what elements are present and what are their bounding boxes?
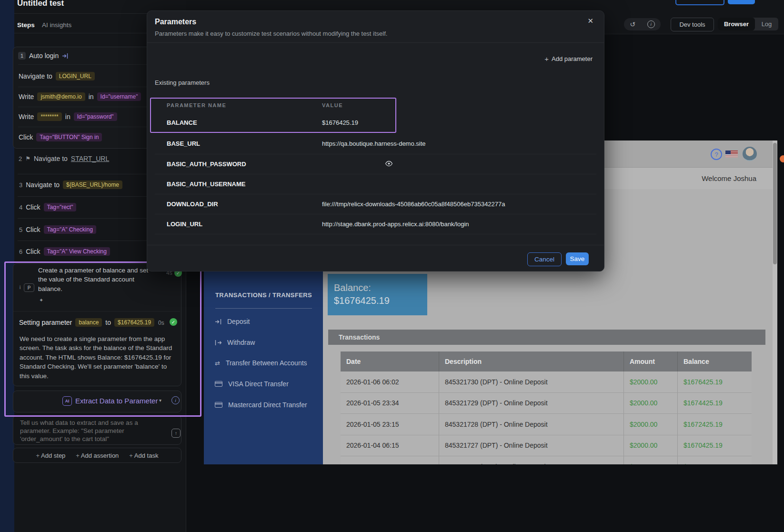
- scrollbar-thumb[interactable]: [773, 143, 777, 264]
- step-action-label: Write: [19, 93, 34, 100]
- sidebar-item-transfer[interactable]: ⇄ Transfer Between Accounts: [215, 358, 307, 368]
- extract-prompt-input[interactable]: [19, 418, 146, 443]
- cell-description: 845321730 (DPT) - Online Deposit: [439, 371, 624, 392]
- success-check-icon: ✓: [170, 318, 177, 326]
- parameters-modal: ✕ Parameters Parameters make it easy to …: [147, 10, 604, 271]
- tab-browser[interactable]: Browser: [718, 18, 755, 30]
- help-icon[interactable]: ?: [711, 149, 722, 160]
- balance-panel: Balance: $1676425.19: [328, 274, 427, 315]
- tab-log[interactable]: Log: [755, 20, 778, 28]
- submit-prompt-button[interactable]: ↑: [171, 429, 181, 438]
- cell-balance: $1676425.19: [678, 371, 752, 392]
- tab-steps[interactable]: Steps: [17, 21, 35, 29]
- close-icon[interactable]: ✕: [585, 15, 595, 27]
- cell-date: 2026-01-05 23:34: [341, 393, 439, 414]
- user-avatar[interactable]: [743, 147, 757, 161]
- divider: [215, 308, 312, 309]
- param-row-balance[interactable]: BALANCE $1676425.19: [155, 112, 596, 132]
- col-header-date: Date: [341, 351, 439, 371]
- step-1-header[interactable]: 1 Auto login: [18, 50, 68, 61]
- step-number: 4: [19, 204, 22, 211]
- table-row: 2026-01-05 23:15 845321728 (DPT) - Onlin…: [341, 414, 752, 435]
- table-row: 2026-01-04 04:02 845321726 (DPT) - Onlin…: [341, 456, 752, 464]
- cell-balance: $1668425.19: [678, 456, 752, 464]
- sidebar-item-visa-transfer[interactable]: VISA Direct Transfer: [215, 379, 289, 389]
- add-assertion-label: Add assertion: [81, 452, 119, 459]
- step-row-write-username[interactable]: Write jsmith@demo.io in Id="username": [19, 91, 141, 102]
- sidebar-item-deposit[interactable]: Deposit: [215, 317, 250, 326]
- top-secondary-button[interactable]: [675, 0, 724, 5]
- step-action-label: Navigate to: [34, 155, 68, 162]
- divider: [147, 245, 604, 245]
- table-row: 2026-01-05 23:34 845321729 (DPT) - Onlin…: [341, 393, 752, 414]
- cell-amount: $50.00: [624, 456, 678, 464]
- start-url-link[interactable]: START_URL: [71, 155, 109, 162]
- table-row: 2026-01-06 06:02 845321730 (DPT) - Onlin…: [341, 371, 752, 393]
- balance-value: $1676425.19: [334, 294, 427, 307]
- add-task-button[interactable]: + Add task: [129, 452, 158, 459]
- step-3[interactable]: 3 Navigate to ${BASE_URL}/home: [19, 180, 122, 190]
- param-row-download-dir[interactable]: DOWNLOAD_DIR file:///tmp/relicx-download…: [155, 194, 596, 214]
- param-name: BASE_URL: [167, 140, 200, 147]
- extract-data-dropdown[interactable]: Extract Data to Parameter: [75, 397, 158, 405]
- table-row: 2026-01-04 06:15 845321727 (DPT) - Onlin…: [341, 435, 752, 457]
- col-header-balance: Balance: [678, 351, 752, 371]
- cell-amount: $2000.00: [624, 435, 678, 456]
- param-value-badge: $1676425.19: [114, 318, 154, 327]
- withdraw-icon: [215, 340, 221, 346]
- cell-amount: $2000.00: [624, 414, 678, 435]
- existing-parameters-label: Existing parameters: [155, 79, 210, 86]
- sidebar-item-mastercard-transfer[interactable]: Mastercard Direct Transfer: [215, 400, 307, 410]
- sidebar-item-label: Withdraw: [227, 339, 255, 346]
- tab-ai-insights[interactable]: AI insights: [42, 21, 71, 29]
- chevron-down-icon[interactable]: ▾: [159, 398, 161, 403]
- refresh-icon[interactable]: ↺: [630, 20, 635, 28]
- language-flag-icon[interactable]: [725, 151, 738, 158]
- flag-icon: ⚑: [25, 155, 30, 162]
- add-assertion-button[interactable]: + Add assertion: [76, 452, 119, 459]
- col-header-amount: Amount: [624, 351, 678, 371]
- selector-badge: Tag="BUTTON" Sign in: [36, 133, 102, 141]
- param-col-value-header: VALUE: [322, 100, 343, 109]
- add-step-button[interactable]: + Add step: [36, 452, 66, 459]
- step-row-navigate-login[interactable]: Navigate to LOGIN_URL: [19, 71, 95, 81]
- eye-icon[interactable]: [385, 161, 393, 167]
- step-4[interactable]: 4 Click Tag="rect": [19, 202, 76, 212]
- step-row-write-password[interactable]: Write ******** in Id="password": [19, 111, 117, 122]
- step-duration: 0s: [158, 320, 164, 326]
- step-5[interactable]: 5 Click Tag="A" Checking: [19, 224, 96, 235]
- setting-parameter-row[interactable]: Setting parameter balance to $1676425.19: [19, 317, 154, 328]
- info-icon[interactable]: i: [171, 396, 180, 404]
- param-row-login-url[interactable]: LOGIN_URL http://stage.dbank.prod-apps.r…: [155, 214, 596, 234]
- check-glyph: ✓: [171, 320, 175, 325]
- value-badge: ********: [37, 112, 61, 121]
- add-parameter-button[interactable]: + Add parameter: [544, 55, 593, 63]
- step-number: 6: [19, 248, 22, 255]
- divider: [147, 42, 604, 43]
- add-task-label: Add task: [134, 452, 159, 459]
- param-row-basic-auth-password[interactable]: BASIC_AUTH_PASSWORD: [155, 154, 596, 174]
- param-name-badge: balance: [75, 318, 102, 327]
- top-primary-button[interactable]: [728, 0, 755, 4]
- cancel-button[interactable]: Cancel: [527, 252, 562, 266]
- step-action-label: in: [65, 113, 70, 120]
- sidebar-item-withdraw[interactable]: Withdraw: [215, 338, 255, 347]
- cell-description: 845321729 (DPT) - Online Deposit: [439, 393, 624, 414]
- info-icon[interactable]: i: [647, 20, 655, 28]
- selector-badge: Tag="rect": [44, 203, 77, 211]
- dev-tools-button[interactable]: Dev tools: [671, 18, 714, 31]
- step-row-click-signin[interactable]: Click Tag="BUTTON" Sign in: [19, 132, 102, 142]
- param-name: BASIC_AUTH_USERNAME: [167, 181, 245, 188]
- param-col-name-header: PARAMETER NAME: [167, 100, 226, 109]
- modal-subtitle: Parameters make it easy to customize tes…: [155, 30, 387, 37]
- save-button[interactable]: Save: [566, 252, 589, 265]
- step-6[interactable]: 6 Click Tag="A" View Checking: [19, 246, 110, 257]
- selector-badge: Id="password": [74, 112, 117, 121]
- step-2[interactable]: 2 ⚑ Navigate to START_URL: [19, 153, 109, 164]
- param-row-basic-auth-username[interactable]: BASIC_AUTH_USERNAME: [155, 174, 596, 194]
- task-explanation: We need to create a single parameter fro…: [20, 334, 178, 381]
- plus-icon: +: [76, 452, 80, 459]
- step-number-badge: 1: [18, 52, 26, 60]
- param-row-base-url[interactable]: BASE_URL https://qa.boutique.harness-dem…: [155, 132, 596, 154]
- step-action-label: Click: [26, 248, 40, 255]
